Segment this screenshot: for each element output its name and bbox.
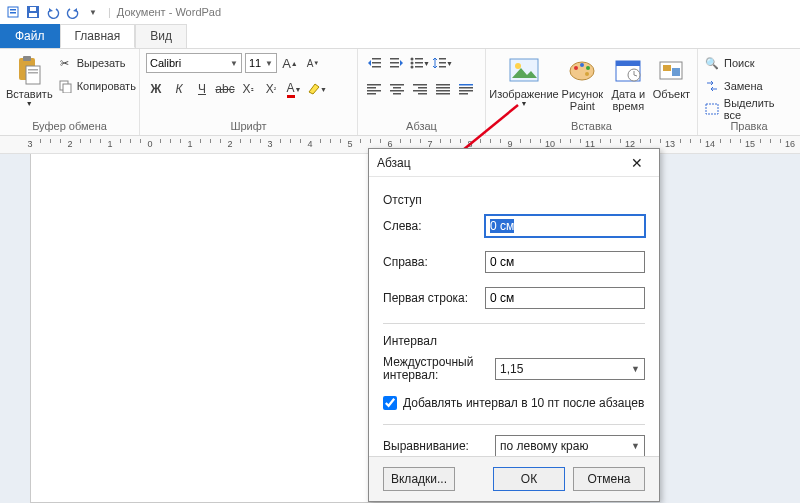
- select-all-icon: [704, 101, 720, 117]
- svg-rect-13: [372, 58, 381, 60]
- highlight-button[interactable]: ▼: [307, 79, 327, 99]
- close-button[interactable]: ✕: [623, 149, 651, 177]
- search-icon: 🔍: [704, 55, 720, 71]
- svg-point-52: [580, 63, 584, 67]
- first-line-label: Первая строка:: [383, 291, 485, 305]
- svg-rect-44: [459, 84, 473, 86]
- paint-drawing-button[interactable]: Рисунок Paint: [560, 52, 605, 112]
- align-right-button[interactable]: [410, 79, 430, 99]
- svg-rect-33: [393, 87, 401, 89]
- svg-rect-42: [436, 90, 450, 92]
- svg-rect-40: [436, 84, 450, 86]
- ok-button[interactable]: ОК: [493, 467, 565, 491]
- align-left-button[interactable]: [364, 79, 384, 99]
- svg-rect-34: [390, 90, 404, 92]
- italic-button[interactable]: К: [169, 79, 189, 99]
- paint-icon: [566, 54, 598, 86]
- select-all-button[interactable]: Выделить все: [704, 98, 794, 120]
- svg-rect-59: [663, 65, 671, 71]
- align-justify-button[interactable]: [433, 79, 453, 99]
- copy-icon: [57, 78, 73, 94]
- object-button[interactable]: Объект: [652, 52, 691, 100]
- tab-strip: Файл Главная Вид: [0, 24, 800, 48]
- line-spacing-button[interactable]: ▼: [433, 53, 453, 73]
- indent-increase-button[interactable]: [387, 53, 407, 73]
- calendar-icon: [612, 54, 644, 86]
- tabs-button[interactable]: Вкладки...: [383, 467, 455, 491]
- font-color-button[interactable]: A▼: [284, 79, 304, 99]
- group-paragraph: ▼ ▼ Абзац: [358, 49, 486, 135]
- replace-icon: [704, 78, 720, 94]
- quick-access-toolbar: ▼: [4, 3, 102, 21]
- list-button[interactable]: ▼: [410, 53, 430, 73]
- separator: |: [108, 6, 111, 18]
- copy-button[interactable]: Копировать: [57, 75, 136, 97]
- alignment-select[interactable]: по левому краю▼: [495, 435, 645, 457]
- cancel-button[interactable]: Отмена: [573, 467, 645, 491]
- svg-rect-22: [415, 62, 423, 64]
- group-editing: 🔍Поиск Замена Выделить все Правка: [698, 49, 800, 135]
- strike-button[interactable]: abc: [215, 79, 235, 99]
- indent-left-input[interactable]: [485, 215, 645, 237]
- qat-dropdown-icon[interactable]: ▼: [84, 3, 102, 21]
- ribbon: Вставить ▼ ✂Вырезать Копировать Буфер об…: [0, 48, 800, 136]
- svg-rect-60: [672, 68, 680, 76]
- redo-icon[interactable]: [64, 3, 82, 21]
- title-bar: ▼ | Документ - WordPad: [0, 0, 800, 24]
- superscript-button[interactable]: X²: [261, 79, 281, 99]
- dialog-titlebar: Абзац ✕: [369, 149, 659, 177]
- chevron-down-icon: ▼: [265, 59, 273, 68]
- svg-rect-29: [367, 87, 376, 89]
- bold-button[interactable]: Ж: [146, 79, 166, 99]
- svg-rect-61: [706, 104, 718, 114]
- tab-view[interactable]: Вид: [135, 24, 187, 48]
- undo-icon[interactable]: [44, 3, 62, 21]
- cut-button[interactable]: ✂Вырезать: [57, 52, 136, 74]
- dialog-title: Абзац: [377, 156, 623, 170]
- datetime-button[interactable]: Дата и время: [609, 52, 648, 112]
- indent-decrease-button[interactable]: [364, 53, 384, 73]
- indent-right-input[interactable]: [485, 251, 645, 273]
- spacing-section-label: Интервал: [383, 334, 645, 348]
- group-editing-label: Правка: [704, 120, 794, 134]
- svg-rect-41: [436, 87, 450, 89]
- svg-point-49: [515, 63, 521, 69]
- save-icon[interactable]: [24, 3, 42, 21]
- underline-button[interactable]: Ч: [192, 79, 212, 99]
- paste-button[interactable]: Вставить ▼: [6, 52, 53, 108]
- svg-rect-31: [367, 93, 376, 95]
- find-button[interactable]: 🔍Поиск: [704, 52, 754, 74]
- window-title: Документ - WordPad: [117, 6, 221, 18]
- tab-file[interactable]: Файл: [0, 24, 60, 48]
- group-clipboard-label: Буфер обмена: [6, 120, 133, 134]
- align-center-button[interactable]: [387, 79, 407, 99]
- svg-point-53: [586, 66, 590, 70]
- shrink-font-button[interactable]: A▼: [303, 53, 323, 73]
- svg-rect-16: [390, 58, 399, 60]
- indent-right-label: Справа:: [383, 255, 485, 269]
- line-spacing-select[interactable]: 1,15▼: [495, 358, 645, 380]
- grow-font-button[interactable]: A▲: [280, 53, 300, 73]
- replace-button[interactable]: Замена: [704, 75, 763, 97]
- cut-icon: ✂: [57, 55, 73, 71]
- group-font: Calibri▼ 11▼ A▲ A▼ Ж К Ч abc X₂ X² A▼ ▼ …: [140, 49, 358, 135]
- svg-rect-5: [30, 7, 36, 11]
- chevron-down-icon: ▼: [26, 100, 33, 108]
- font-size-combo[interactable]: 11▼: [245, 53, 277, 73]
- first-line-input[interactable]: [485, 287, 645, 309]
- subscript-button[interactable]: X₂: [238, 79, 258, 99]
- line-spacing-label: Междустрочный интервал:: [383, 356, 495, 382]
- svg-point-21: [411, 62, 414, 65]
- svg-point-51: [574, 66, 578, 70]
- tab-home[interactable]: Главная: [60, 24, 136, 48]
- paragraph-dialog-button[interactable]: [456, 79, 476, 99]
- add-space-checkbox[interactable]: [383, 396, 397, 410]
- font-name-combo[interactable]: Calibri▼: [146, 53, 242, 73]
- doc-name: Документ: [117, 6, 166, 18]
- svg-rect-36: [413, 84, 427, 86]
- group-insert-label: Вставка: [492, 120, 691, 134]
- svg-rect-7: [23, 56, 31, 61]
- group-insert: Изображение▼ Рисунок Paint Дата и время …: [486, 49, 698, 135]
- svg-rect-35: [393, 93, 401, 95]
- insert-image-button[interactable]: Изображение▼: [492, 52, 556, 108]
